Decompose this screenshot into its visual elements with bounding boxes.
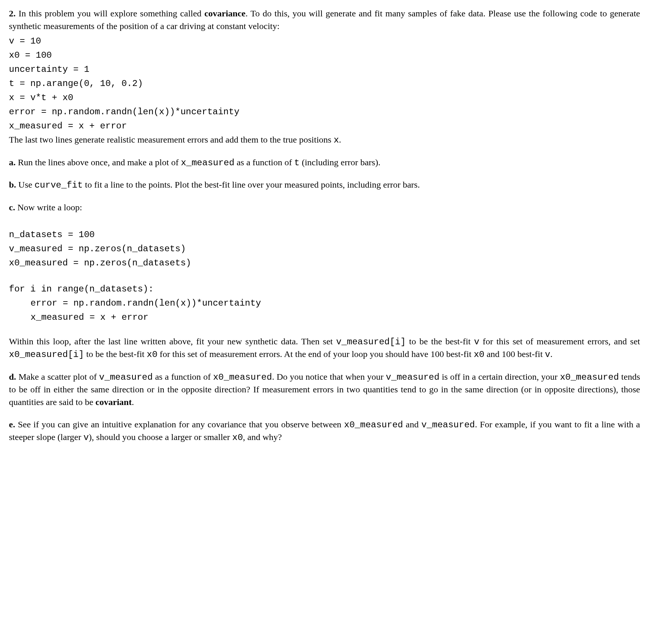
code-line: x0 = 100 [9, 49, 640, 62]
text: , and why? [243, 432, 282, 442]
part-a: a. Run the lines above once, and make a … [9, 156, 640, 169]
code-line: error = np.random.randn(len(x))*uncertai… [9, 105, 640, 119]
text: and [403, 420, 421, 429]
text: . [132, 397, 134, 407]
text: . [550, 349, 553, 359]
code-line: x_measured = x + error [9, 119, 640, 133]
code-line: t = np.arange(0, 10, 0.2) [9, 77, 640, 90]
text: to be the best-fit [84, 349, 147, 359]
text: . Do you notice that when your [272, 372, 386, 382]
code-line: uncertainty = 1 [9, 63, 640, 76]
text: is off in a certain direction, your [439, 372, 560, 382]
part-c: c. Now write a loop: [9, 201, 640, 214]
code-line: n_datasets = 100 [9, 228, 640, 242]
text: In this problem you will explore somethi… [16, 9, 204, 18]
text: Now write a loop: [15, 203, 82, 212]
part-e: e. See if you can give an intuitive expl… [9, 418, 640, 444]
text: See if you can give an intuitive explana… [15, 420, 344, 429]
code-inline: x0_measured [213, 372, 272, 382]
code-inline: x [333, 135, 339, 145]
text: to fit a line to the points. Plot the be… [83, 180, 420, 189]
text: Within this loop, after the last line wr… [9, 337, 336, 346]
term-covariance: covariance [204, 9, 246, 18]
code-inline: x_measured [181, 158, 234, 168]
code-inline: x0 [474, 350, 485, 360]
intro-paragraph: 2. In this problem you will explore some… [9, 7, 640, 32]
code-inline: x0 [147, 350, 157, 360]
code-line: x = v*t + x0 [9, 91, 640, 105]
text: to be the best-fit [406, 337, 474, 346]
text: (including error bars). [300, 157, 380, 167]
part-label: a. [9, 157, 16, 167]
code-line: v = 10 [9, 35, 640, 48]
part-label: d. [9, 372, 16, 382]
text: Make a scatter plot of [16, 372, 99, 382]
part-c-continued: Within this loop, after the last line wr… [9, 335, 640, 361]
code-line: x_measured = x + error [9, 311, 640, 324]
text: as a function of [234, 157, 294, 167]
part-d: d. Make a scatter plot of v_measured as … [9, 371, 640, 409]
part-label: b. [9, 180, 16, 189]
code-line: error = np.random.randn(len(x))*uncertai… [9, 297, 640, 310]
text: for this set of measurement errors, and … [479, 337, 640, 346]
code-inline: curve_fit [35, 180, 83, 190]
code-inline: x0_measured [344, 420, 403, 430]
problem-number: 2. [9, 9, 16, 18]
text: for this set of measurement errors. At t… [157, 349, 474, 359]
code-inline: v_measured [99, 372, 153, 382]
code-inline: t [294, 158, 300, 168]
code-line: v_measured = np.zeros(n_datasets) [9, 242, 640, 256]
text: as a function of [153, 372, 213, 382]
code-line: x0_measured = np.zeros(n_datasets) [9, 256, 640, 270]
code-inline: x0 [232, 433, 243, 443]
code-inline: v [545, 350, 550, 360]
code-inline: v [474, 337, 479, 347]
text: . [339, 135, 341, 144]
code-inline: x0_measured [560, 372, 619, 382]
text: ), should you choose a larger or smaller [89, 432, 232, 442]
code-inline: v_measured [421, 420, 475, 430]
code-line: for i in range(n_datasets): [9, 283, 640, 296]
text: Run the lines above once, and make a plo… [16, 157, 181, 167]
part-label: c. [9, 203, 15, 212]
term-covariant: covariant [96, 397, 132, 407]
code-inline: x0_measured[i] [9, 350, 84, 360]
code-inline: v_measured [386, 372, 439, 382]
code-inline: v_measured[i] [336, 337, 406, 347]
text: Use [16, 180, 34, 189]
text: The last two lines generate realistic me… [9, 135, 333, 144]
text: and 100 best-fit [485, 349, 545, 359]
part-b: b. Use curve_fit to fit a line to the po… [9, 179, 640, 192]
part-label: e. [9, 420, 15, 429]
post-code-paragraph: The last two lines generate realistic me… [9, 134, 640, 147]
code-inline: v [83, 433, 89, 443]
